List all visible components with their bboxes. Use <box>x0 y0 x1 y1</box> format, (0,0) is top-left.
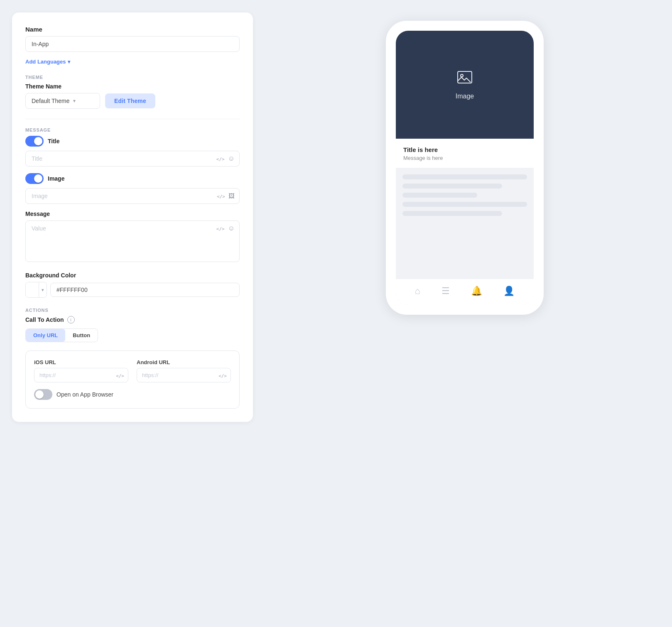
theme-dropdown-value: Default Theme <box>32 98 70 104</box>
title-input-wrap <box>25 151 240 167</box>
add-languages-label: Add Languages <box>25 59 66 65</box>
color-value-input[interactable] <box>50 283 240 297</box>
actions-section: ACTIONS Call To Action i Only URL Button… <box>25 308 240 409</box>
phone-image-area: Image <box>396 31 534 139</box>
phone-preview-image-label: Image <box>456 93 474 100</box>
cta-tab-only-url[interactable]: Only URL <box>26 329 65 342</box>
name-input[interactable] <box>25 36 240 52</box>
code-icon[interactable] <box>116 372 124 379</box>
placeholder-bar <box>402 174 527 179</box>
phone-frame: Image Title is here Message is here <box>386 21 544 315</box>
toggle-track-image <box>25 173 44 184</box>
chevron-down-icon: ▾ <box>73 98 76 104</box>
svg-point-1 <box>461 74 463 77</box>
image-input-wrap <box>25 188 240 204</box>
image-input-icons <box>217 192 235 200</box>
open-browser-row: Open on App Browser <box>34 389 231 400</box>
placeholder-bar <box>402 193 477 198</box>
menu-icon: ☰ <box>441 286 450 296</box>
emoji-icon[interactable] <box>228 155 235 162</box>
url-row: iOS URL Android URL <box>34 359 231 382</box>
edit-theme-button[interactable]: Edit Theme <box>105 93 155 108</box>
call-to-action-row: Call To Action i <box>25 316 240 323</box>
open-browser-toggle[interactable] <box>34 389 52 400</box>
actions-section-label: ACTIONS <box>25 308 240 313</box>
theme-row: Default Theme ▾ Edit Theme <box>25 93 240 109</box>
textarea-icons <box>216 225 235 232</box>
add-languages-button[interactable]: Add Languages ▾ <box>25 59 70 65</box>
ios-url-input-wrap <box>34 368 128 382</box>
message-section: MESSAGE Title Image <box>25 127 240 409</box>
android-url-input-wrap <box>137 368 231 382</box>
image-upload-icon[interactable] <box>228 192 235 200</box>
phone-placeholder-bars <box>396 168 534 279</box>
right-panel: Image Title is here Message is here <box>270 12 660 422</box>
color-swatch <box>26 282 39 297</box>
ios-url-field: iOS URL <box>34 359 128 382</box>
ios-url-input[interactable] <box>34 368 128 382</box>
code-icon[interactable] <box>216 225 225 232</box>
call-to-action-label: Call To Action <box>25 316 64 323</box>
name-label: Name <box>25 26 240 33</box>
title-toggle-row: Title <box>25 136 240 147</box>
profile-icon: 👤 <box>503 286 515 296</box>
placeholder-bar <box>402 202 527 207</box>
theme-section-label: THEME <box>25 75 240 80</box>
home-icon: ⌂ <box>415 286 420 296</box>
open-browser-label: Open on App Browser <box>56 391 113 398</box>
title-toggle-label: Title <box>48 138 60 145</box>
emoji-icon[interactable] <box>228 225 235 232</box>
placeholder-bar <box>402 184 502 189</box>
message-textarea[interactable] <box>25 220 240 262</box>
title-toggle[interactable] <box>25 136 44 147</box>
theme-section: THEME Theme Name Default Theme ▾ Edit Th… <box>25 75 240 109</box>
message-section-label: MESSAGE <box>25 127 240 132</box>
toggle-track-title <box>25 136 44 147</box>
color-arrow-icon[interactable]: ▾ <box>39 287 47 293</box>
placeholder-bar <box>402 211 502 216</box>
android-url-field: Android URL <box>137 359 231 382</box>
code-icon[interactable] <box>217 192 225 200</box>
ios-url-label: iOS URL <box>34 359 128 365</box>
image-input[interactable] <box>25 188 240 204</box>
url-section: iOS URL Android URL <box>25 350 240 409</box>
name-section: Name <box>25 26 240 52</box>
cta-tabs: Only URL Button <box>25 328 98 342</box>
code-icon[interactable] <box>216 155 225 162</box>
theme-dropdown[interactable]: Default Theme ▾ <box>25 93 100 109</box>
info-icon[interactable]: i <box>67 316 75 323</box>
image-toggle[interactable] <box>25 173 44 184</box>
image-toggle-label: Image <box>48 175 64 182</box>
cta-tab-button[interactable]: Button <box>65 329 98 342</box>
toggle-track-browser <box>34 389 52 400</box>
code-icon[interactable] <box>218 372 227 379</box>
textarea-with-icons <box>25 220 240 264</box>
bg-color-label: Background Color <box>25 272 240 279</box>
message-textarea-wrap: Message <box>25 211 240 264</box>
chevron-down-icon: ▾ <box>68 59 70 65</box>
android-url-input[interactable] <box>137 368 231 382</box>
theme-name-label: Theme Name <box>25 83 240 90</box>
title-input-icons <box>216 155 235 162</box>
bg-color-row: ▾ <box>25 282 240 298</box>
title-input[interactable] <box>25 151 240 167</box>
phone-nav: ⌂ ☰ 🔔 👤 <box>396 279 534 305</box>
message-label: Message <box>25 211 240 217</box>
left-panel: Name Add Languages ▾ THEME Theme Name De… <box>12 12 253 422</box>
phone-image-icon <box>456 69 473 89</box>
color-swatch-wrap[interactable]: ▾ <box>25 282 47 298</box>
phone-inner: Image Title is here Message is here <box>396 31 534 305</box>
phone-preview-title: Title is here <box>403 146 526 153</box>
bell-icon: 🔔 <box>471 286 482 296</box>
phone-preview-message: Message is here <box>403 155 526 161</box>
image-toggle-row: Image <box>25 173 240 184</box>
android-url-label: Android URL <box>137 359 231 365</box>
phone-content-card: Title is here Message is here <box>396 139 534 168</box>
bg-color-section: Background Color ▾ <box>25 272 240 298</box>
